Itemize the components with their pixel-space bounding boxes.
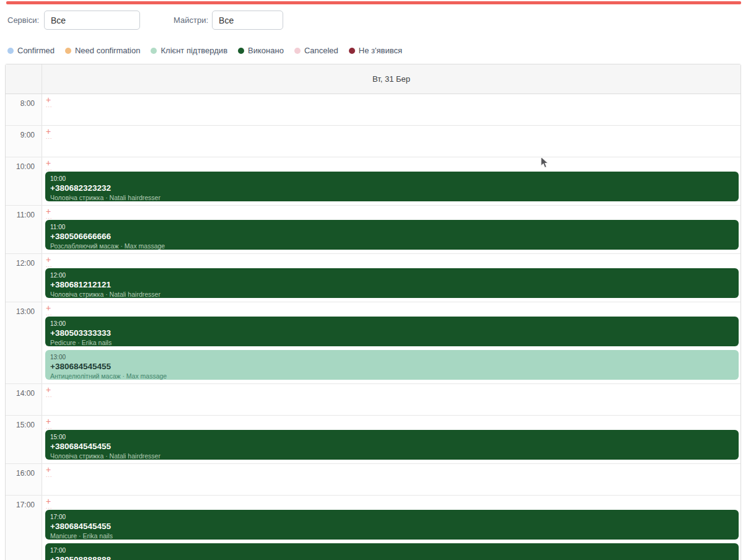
legend-item-confirmed: Confirmed bbox=[7, 46, 55, 55]
more-options-button[interactable]: ... bbox=[46, 103, 56, 108]
legend-label: Confirmed bbox=[17, 46, 55, 55]
status-dot-canceled bbox=[294, 48, 301, 54]
appointment-phone: +380506666666 bbox=[50, 231, 732, 242]
filters-bar: Сервіси: Все Майстри: Все bbox=[7, 11, 283, 30]
legend-label: Не з'явився bbox=[359, 46, 402, 55]
status-dot-need-confirmation bbox=[65, 48, 71, 54]
appointment-service-master: Розслабляючий масаж · Max massage bbox=[50, 242, 732, 250]
time-label: 16:00 bbox=[6, 464, 42, 495]
appointment-service-master: Pedicure · Erika nails bbox=[50, 338, 732, 346]
services-label: Сервіси: bbox=[7, 15, 39, 25]
appointment-phone: +380508888888 bbox=[50, 554, 732, 560]
day-cell: +...13:00+380503333333Pedicure · Erika n… bbox=[42, 302, 741, 383]
appointment-phone: +380684545455 bbox=[50, 361, 732, 372]
top-accent-bar bbox=[6, 1, 741, 4]
appointment-block[interactable]: 10:00+380682323232Чоловіча стрижка · Nat… bbox=[45, 172, 739, 201]
services-select[interactable]: Все bbox=[44, 11, 140, 30]
calendar-corner-cell bbox=[6, 64, 42, 94]
appointment-time: 17:00 bbox=[50, 513, 732, 521]
appointment-block[interactable]: 13:00+380684545455Антицелюлітний масаж ·… bbox=[45, 350, 739, 380]
more-options-button[interactable]: ... bbox=[46, 473, 56, 478]
legend-item-done: Виконано bbox=[238, 46, 284, 55]
status-dot-no-show bbox=[349, 48, 355, 54]
more-options-button[interactable]: ... bbox=[46, 263, 56, 268]
calendar-row-1400: 14:00+... bbox=[6, 384, 741, 416]
appointment-service-master: Manicure · Erika nails bbox=[50, 532, 732, 540]
appointment-time: 17:00 bbox=[50, 546, 732, 554]
appointment-phone: +380684545455 bbox=[50, 521, 732, 532]
masters-label: Майстри: bbox=[174, 15, 208, 25]
services-select-value: Все bbox=[51, 15, 66, 25]
day-cell: +...15:00+380684545455Чоловіча стрижка ·… bbox=[42, 416, 741, 463]
appointment-phone: +380503333333 bbox=[50, 328, 732, 338]
appointment-phone: +380682323232 bbox=[50, 183, 732, 193]
more-options-button[interactable]: ... bbox=[46, 167, 56, 171]
time-label: 10:00 bbox=[6, 157, 42, 205]
appointment-phone: +380681212121 bbox=[50, 279, 732, 290]
time-label: 9:00 bbox=[6, 126, 42, 157]
calendar-row-1000: 10:00+...10:00+380682323232Чоловіча стри… bbox=[6, 157, 741, 206]
day-cell: +...10:00+380682323232Чоловіча стрижка ·… bbox=[42, 157, 741, 205]
legend-label: Виконано bbox=[248, 46, 284, 55]
time-label: 15:00 bbox=[6, 416, 42, 463]
appointment-block[interactable]: 17:00+380684545455Manicure · Erika nails bbox=[45, 510, 739, 540]
day-cell: +... bbox=[42, 126, 741, 157]
appointment-phone: +380684545455 bbox=[50, 441, 732, 452]
appointment-service-master: Антицелюлітний масаж · Max massage bbox=[50, 372, 732, 380]
more-options-button[interactable]: ... bbox=[46, 215, 56, 219]
legend-item-need-confirmation: Need confirmation bbox=[65, 46, 141, 55]
masters-select[interactable]: Все bbox=[212, 11, 283, 30]
time-label: 14:00 bbox=[6, 384, 42, 415]
appointment-time: 15:00 bbox=[50, 433, 732, 441]
calendar-row-800: 8:00+... bbox=[6, 94, 741, 126]
status-dot-client-confirmed bbox=[151, 48, 157, 54]
appointment-service-master: Чоловіча стрижка · Natali hairdresser bbox=[50, 193, 732, 201]
calendar-header-row: Вт, 31 Бер bbox=[6, 64, 741, 94]
appointment-block[interactable]: 17:00+380508888888Чоловіча стрижка · Nat… bbox=[45, 543, 739, 560]
more-options-button[interactable]: ... bbox=[46, 312, 56, 316]
time-label: 13:00 bbox=[6, 302, 42, 383]
appointment-block[interactable]: 15:00+380684545455Чоловіча стрижка · Nat… bbox=[45, 430, 739, 460]
day-cell: +...12:00+380681212121Чоловіча стрижка ·… bbox=[42, 254, 741, 302]
day-cell: +... bbox=[42, 94, 741, 125]
time-label: 12:00 bbox=[6, 254, 42, 302]
masters-select-value: Все bbox=[219, 15, 234, 25]
status-dot-done bbox=[238, 48, 244, 54]
appointment-block[interactable]: 13:00+380503333333Pedicure · Erika nails bbox=[45, 317, 739, 346]
appointment-service-master: Чоловіча стрижка · Natali hairdresser bbox=[50, 452, 732, 460]
appointment-time: 10:00 bbox=[50, 175, 732, 183]
legend-item-no-show: Не з'явився bbox=[349, 46, 402, 55]
calendar-row-1100: 11:00+...11:00+380506666666Розслабляючий… bbox=[6, 206, 741, 254]
day-cell: +... bbox=[42, 384, 741, 415]
calendar-row-900: 9:00+... bbox=[6, 126, 741, 157]
appointment-service-master: Чоловіча стрижка · Natali hairdresser bbox=[50, 290, 732, 298]
more-options-button[interactable]: ... bbox=[46, 425, 56, 429]
more-options-button[interactable]: ... bbox=[46, 505, 56, 509]
day-cell: +...11:00+380506666666Розслабляючий маса… bbox=[42, 206, 741, 253]
legend-label: Need confirmation bbox=[75, 46, 141, 55]
calendar-row-1500: 15:00+...15:00+380684545455Чоловіча стри… bbox=[6, 416, 741, 464]
legend-item-canceled: Canceled bbox=[294, 46, 338, 55]
calendar-row-1300: 13:00+...13:00+380503333333Pedicure · Er… bbox=[6, 302, 741, 384]
day-cell: +...17:00+380684545455Manicure · Erika n… bbox=[42, 496, 741, 560]
day-header: Вт, 31 Бер bbox=[42, 64, 741, 94]
calendar-table: Вт, 31 Бер 8:00+...9:00+...10:00+...10:0… bbox=[5, 64, 741, 560]
appointment-time: 13:00 bbox=[50, 320, 732, 328]
appointment-block[interactable]: 12:00+380681212121Чоловіча стрижка · Nat… bbox=[45, 268, 739, 298]
day-cell: +... bbox=[42, 464, 741, 495]
status-legend: ConfirmedNeed confirmationКлієнт підтвер… bbox=[7, 46, 402, 55]
legend-label: Canceled bbox=[304, 46, 338, 55]
time-label: 11:00 bbox=[6, 206, 42, 253]
appointment-time: 11:00 bbox=[50, 223, 732, 231]
more-options-button[interactable]: ... bbox=[46, 393, 56, 398]
calendar-row-1700: 17:00+...17:00+380684545455Manicure · Er… bbox=[6, 496, 741, 560]
calendar-row-1600: 16:00+... bbox=[6, 464, 741, 496]
time-label: 8:00 bbox=[6, 94, 42, 125]
time-label: 17:00 bbox=[6, 496, 42, 560]
more-options-button[interactable]: ... bbox=[46, 135, 56, 139]
appointment-time: 12:00 bbox=[50, 271, 732, 279]
calendar-row-1200: 12:00+...12:00+380681212121Чоловіча стри… bbox=[6, 254, 741, 302]
appointment-block[interactable]: 11:00+380506666666Розслабляючий масаж · … bbox=[45, 220, 739, 250]
legend-item-client-confirmed: Клієнт підтвердив bbox=[151, 46, 227, 55]
status-dot-confirmed bbox=[7, 48, 14, 54]
